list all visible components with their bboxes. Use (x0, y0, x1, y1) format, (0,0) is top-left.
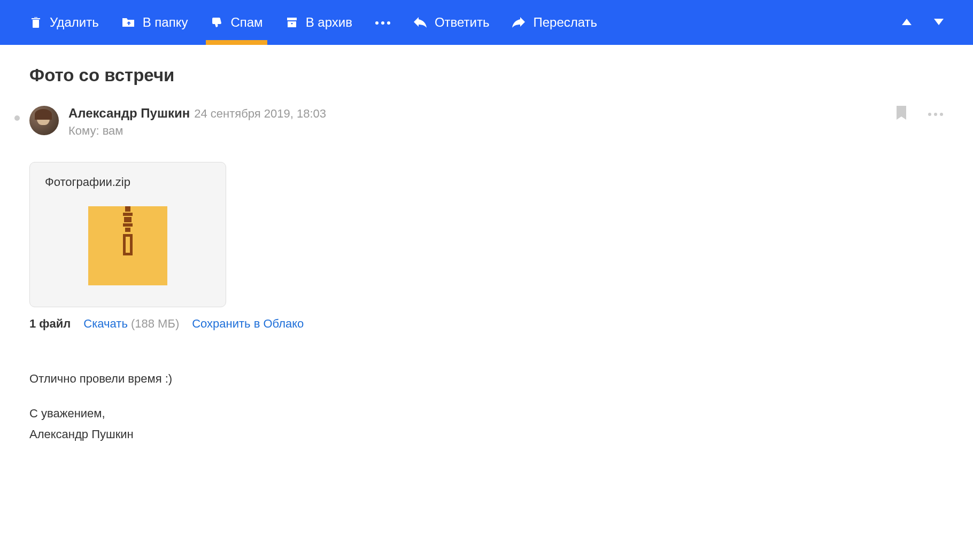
svg-point-5 (940, 113, 943, 116)
attachment-filename: Фотографии.zip (45, 175, 211, 189)
body-line-3: Александр Пушкин (29, 425, 973, 444)
recipient-label: Кому: (68, 124, 103, 137)
sender-date: 24 сентября 2019, 18:03 (194, 107, 326, 121)
attachment-meta: 1 файл Скачать (188 МБ) Сохранить в Обла… (29, 317, 973, 331)
more-actions-button[interactable] (375, 18, 391, 27)
file-size: (188 МБ) (131, 317, 179, 330)
delete-button[interactable]: Удалить (29, 0, 99, 45)
spam-label: Спам (230, 15, 262, 30)
svg-point-3 (928, 113, 931, 116)
zip-icon-wrapper (45, 198, 211, 294)
message-body: Отлично провели время :) С уважением, Ал… (29, 369, 973, 444)
reply-icon (413, 17, 427, 28)
delete-label: Удалить (50, 15, 99, 30)
archive-icon (285, 16, 298, 29)
sender-avatar[interactable] (29, 106, 59, 135)
move-label: В папку (143, 15, 188, 30)
attachment-section: Фотографии.zip 1 файл Скачать (29, 162, 973, 331)
email-content: Фото со встречи Александр Пушкин 24 сент… (0, 45, 973, 444)
recipient[interactable]: вам (103, 124, 123, 137)
next-message-button[interactable] (934, 18, 944, 27)
email-subject: Фото со встречи (29, 65, 973, 85)
read-indicator[interactable] (14, 115, 20, 121)
body-line-1: Отлично провели время :) (29, 369, 973, 388)
file-count: 1 файл (29, 317, 71, 331)
forward-icon (512, 17, 526, 28)
folder-move-icon (121, 16, 135, 29)
forward-button[interactable]: Переслать (512, 0, 597, 45)
save-cloud-link[interactable]: Сохранить в Облако (192, 317, 304, 331)
reply-label: Ответить (435, 15, 490, 30)
download-link[interactable]: Скачать (83, 317, 128, 330)
sender-name[interactable]: Александр Пушкин (68, 106, 190, 121)
archive-label: В архив (306, 15, 352, 30)
sender-info: Александр Пушкин 24 сентября 2019, 18:03… (68, 106, 897, 138)
dots-icon (375, 18, 391, 27)
forward-label: Переслать (533, 15, 597, 30)
svg-point-4 (934, 113, 937, 116)
reply-button[interactable]: Ответить (413, 0, 490, 45)
svg-point-0 (375, 21, 379, 25)
archive-button[interactable]: В архив (285, 0, 352, 45)
move-button[interactable]: В папку (121, 0, 188, 45)
spam-button[interactable]: Спам (210, 0, 262, 45)
attachment-card[interactable]: Фотографии.zip (29, 162, 226, 307)
body-line-2: С уважением, (29, 404, 973, 423)
zip-file-icon (88, 206, 167, 285)
message-header: Александр Пушкин 24 сентября 2019, 18:03… (29, 106, 973, 138)
header-actions (897, 106, 944, 122)
trash-icon (29, 16, 42, 29)
recipient-line: Кому: вам (68, 124, 897, 138)
svg-point-2 (387, 21, 390, 25)
toolbar: Удалить В папку Спам В архив Ответить Пе… (0, 0, 973, 45)
bookmark-button[interactable] (897, 106, 906, 122)
prev-message-button[interactable] (902, 18, 912, 27)
message-more-button[interactable] (928, 109, 944, 119)
svg-point-1 (381, 21, 384, 25)
thumbs-down-icon (210, 16, 223, 29)
toolbar-right (902, 18, 944, 27)
